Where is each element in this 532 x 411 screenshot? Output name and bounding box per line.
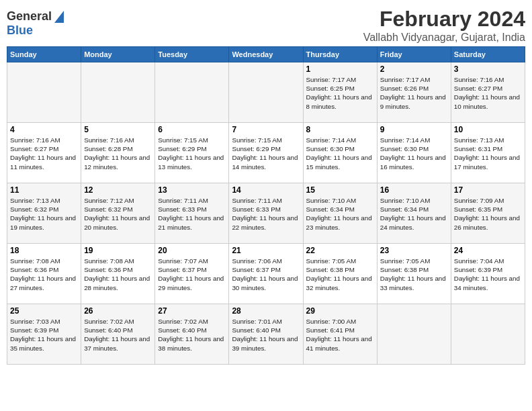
calendar-cell: 14Sunrise: 7:11 AMSunset: 6:33 PMDayligh… — [229, 183, 303, 244]
calendar-week-2: 4Sunrise: 7:16 AMSunset: 6:27 PMDaylight… — [7, 123, 525, 183]
calendar-cell: 18Sunrise: 7:08 AMSunset: 6:36 PMDayligh… — [7, 244, 81, 304]
day-number: 21 — [232, 246, 300, 255]
calendar-cell: 4Sunrise: 7:16 AMSunset: 6:27 PMDaylight… — [7, 123, 81, 183]
day-number: 15 — [306, 185, 374, 195]
calendar-cell — [81, 62, 155, 123]
day-info: Sunrise: 7:10 AMSunset: 6:34 PMDaylight:… — [306, 196, 374, 232]
day-number: 2 — [380, 64, 448, 74]
day-number: 23 — [380, 246, 448, 255]
logo: General Blue — [7, 7, 64, 38]
day-info: Sunrise: 7:08 AMSunset: 6:36 PMDaylight:… — [10, 257, 78, 292]
calendar-week-3: 11Sunrise: 7:13 AMSunset: 6:32 PMDayligh… — [7, 183, 525, 244]
calendar-cell: 22Sunrise: 7:05 AMSunset: 6:38 PMDayligh… — [303, 244, 377, 304]
calendar-cell — [7, 62, 81, 123]
calendar-cell: 16Sunrise: 7:10 AMSunset: 6:34 PMDayligh… — [377, 183, 451, 244]
day-number: 26 — [84, 306, 152, 316]
calendar-cell: 11Sunrise: 7:13 AMSunset: 6:32 PMDayligh… — [7, 183, 81, 244]
title-area: February 2024 Vallabh Vidyanagar, Gujara… — [363, 7, 525, 44]
day-info: Sunrise: 7:07 AMSunset: 6:37 PMDaylight:… — [158, 257, 226, 292]
day-number: 17 — [454, 185, 522, 195]
weekday-header-sunday: Sunday — [7, 47, 81, 62]
day-number: 29 — [306, 306, 374, 316]
day-info: Sunrise: 7:06 AMSunset: 6:37 PMDaylight:… — [232, 257, 300, 292]
day-info: Sunrise: 7:16 AMSunset: 6:28 PMDaylight:… — [84, 136, 152, 171]
calendar-cell: 20Sunrise: 7:07 AMSunset: 6:37 PMDayligh… — [155, 244, 229, 304]
day-info: Sunrise: 7:13 AMSunset: 6:31 PMDaylight:… — [454, 136, 522, 171]
day-number: 6 — [158, 125, 226, 134]
calendar-cell: 17Sunrise: 7:09 AMSunset: 6:35 PMDayligh… — [451, 183, 525, 244]
day-number: 3 — [454, 64, 522, 74]
day-info: Sunrise: 7:14 AMSunset: 6:30 PMDaylight:… — [380, 136, 448, 171]
day-info: Sunrise: 7:15 AMSunset: 6:29 PMDaylight:… — [158, 136, 226, 171]
day-number: 22 — [306, 246, 374, 255]
calendar-cell: 28Sunrise: 7:01 AMSunset: 6:40 PMDayligh… — [229, 304, 303, 365]
calendar-cell: 8Sunrise: 7:14 AMSunset: 6:30 PMDaylight… — [303, 123, 377, 183]
day-info: Sunrise: 7:17 AMSunset: 6:25 PMDaylight:… — [306, 75, 374, 111]
header: General Blue February 2024 Vallabh Vidya… — [7, 7, 525, 44]
calendar-cell: 21Sunrise: 7:06 AMSunset: 6:37 PMDayligh… — [229, 244, 303, 304]
day-info: Sunrise: 7:09 AMSunset: 6:35 PMDaylight:… — [454, 196, 522, 232]
day-info: Sunrise: 7:16 AMSunset: 6:27 PMDaylight:… — [454, 75, 522, 111]
day-info: Sunrise: 7:05 AMSunset: 6:38 PMDaylight:… — [380, 257, 448, 292]
day-info: Sunrise: 7:10 AMSunset: 6:34 PMDaylight:… — [380, 196, 448, 232]
calendar-cell: 13Sunrise: 7:11 AMSunset: 6:33 PMDayligh… — [155, 183, 229, 244]
day-info: Sunrise: 7:04 AMSunset: 6:39 PMDaylight:… — [454, 257, 522, 292]
day-number: 18 — [10, 246, 78, 255]
calendar-cell: 1Sunrise: 7:17 AMSunset: 6:25 PMDaylight… — [303, 62, 377, 123]
calendar-cell: 15Sunrise: 7:10 AMSunset: 6:34 PMDayligh… — [303, 183, 377, 244]
calendar-cell: 9Sunrise: 7:14 AMSunset: 6:30 PMDaylight… — [377, 123, 451, 183]
calendar-cell: 7Sunrise: 7:15 AMSunset: 6:29 PMDaylight… — [229, 123, 303, 183]
day-number: 1 — [306, 64, 374, 74]
calendar-cell — [451, 304, 525, 365]
calendar-cell — [229, 62, 303, 123]
day-number: 9 — [380, 125, 448, 134]
logo-general-text: General — [7, 9, 52, 24]
day-number: 25 — [10, 306, 78, 316]
day-number: 13 — [158, 185, 226, 195]
day-info: Sunrise: 7:17 AMSunset: 6:26 PMDaylight:… — [380, 75, 448, 111]
calendar-cell: 29Sunrise: 7:00 AMSunset: 6:41 PMDayligh… — [303, 304, 377, 365]
day-number: 8 — [306, 125, 374, 134]
day-info: Sunrise: 7:02 AMSunset: 6:40 PMDaylight:… — [158, 317, 226, 353]
day-number: 27 — [158, 306, 226, 316]
day-number: 11 — [10, 185, 78, 195]
calendar-week-1: 1Sunrise: 7:17 AMSunset: 6:25 PMDaylight… — [7, 62, 525, 123]
weekday-header-thursday: Thursday — [303, 47, 377, 62]
day-info: Sunrise: 7:11 AMSunset: 6:33 PMDaylight:… — [158, 196, 226, 232]
weekday-header-tuesday: Tuesday — [155, 47, 229, 62]
day-number: 4 — [10, 125, 78, 134]
calendar-cell: 26Sunrise: 7:02 AMSunset: 6:40 PMDayligh… — [81, 304, 155, 365]
calendar-cell: 24Sunrise: 7:04 AMSunset: 6:39 PMDayligh… — [451, 244, 525, 304]
calendar-cell: 2Sunrise: 7:17 AMSunset: 6:26 PMDaylight… — [377, 62, 451, 123]
day-info: Sunrise: 7:05 AMSunset: 6:38 PMDaylight:… — [306, 257, 374, 292]
day-info: Sunrise: 7:13 AMSunset: 6:32 PMDaylight:… — [10, 196, 78, 232]
day-info: Sunrise: 7:01 AMSunset: 6:40 PMDaylight:… — [232, 317, 300, 353]
calendar-cell: 25Sunrise: 7:03 AMSunset: 6:39 PMDayligh… — [7, 304, 81, 365]
day-info: Sunrise: 7:12 AMSunset: 6:32 PMDaylight:… — [84, 196, 152, 232]
day-number: 12 — [84, 185, 152, 195]
calendar-cell: 3Sunrise: 7:16 AMSunset: 6:27 PMDaylight… — [451, 62, 525, 123]
day-info: Sunrise: 7:11 AMSunset: 6:33 PMDaylight:… — [232, 196, 300, 232]
weekday-header-monday: Monday — [81, 47, 155, 62]
day-info: Sunrise: 7:14 AMSunset: 6:30 PMDaylight:… — [306, 136, 374, 171]
calendar-cell — [377, 304, 451, 365]
calendar-header-row: SundayMondayTuesdayWednesdayThursdayFrid… — [7, 47, 525, 62]
month-title: February 2024 — [363, 7, 525, 32]
day-number: 16 — [380, 185, 448, 195]
weekday-header-wednesday: Wednesday — [229, 47, 303, 62]
logo-blue-text: Blue — [7, 24, 33, 38]
calendar-cell: 27Sunrise: 7:02 AMSunset: 6:40 PMDayligh… — [155, 304, 229, 365]
day-number: 14 — [232, 185, 300, 195]
day-info: Sunrise: 7:00 AMSunset: 6:41 PMDaylight:… — [306, 317, 374, 353]
weekday-header-saturday: Saturday — [451, 47, 525, 62]
day-number: 10 — [454, 125, 522, 134]
day-info: Sunrise: 7:08 AMSunset: 6:36 PMDaylight:… — [84, 257, 152, 292]
day-info: Sunrise: 7:15 AMSunset: 6:29 PMDaylight:… — [232, 136, 300, 171]
calendar-table: SundayMondayTuesdayWednesdayThursdayFrid… — [7, 46, 525, 365]
calendar-cell: 12Sunrise: 7:12 AMSunset: 6:32 PMDayligh… — [81, 183, 155, 244]
day-number: 19 — [84, 246, 152, 255]
day-number: 5 — [84, 125, 152, 134]
logo-icon — [54, 11, 64, 23]
day-info: Sunrise: 7:16 AMSunset: 6:27 PMDaylight:… — [10, 136, 78, 171]
day-number: 20 — [158, 246, 226, 255]
